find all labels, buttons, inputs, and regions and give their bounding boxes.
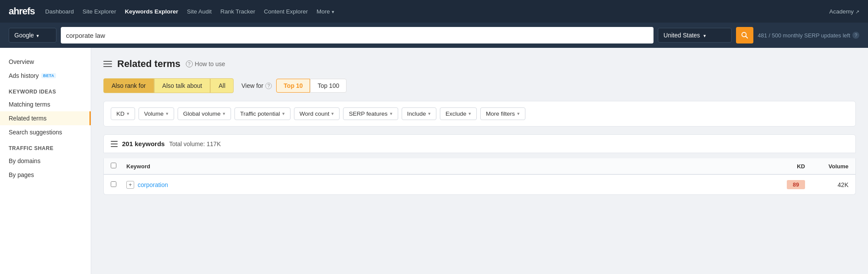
filter-more-filters-chevron-icon: [517, 111, 520, 117]
kd-col-header: KD: [779, 163, 805, 170]
filter-word-count[interactable]: Word count: [294, 107, 340, 120]
hamburger-r-line-1: [111, 141, 118, 142]
filter-include[interactable]: Include: [402, 107, 437, 120]
engine-label: Google: [14, 32, 34, 39]
serp-updates-text: 481 / 500 monthly SERP updates left: [758, 32, 850, 39]
view-top-10-button[interactable]: Top 10: [276, 79, 310, 93]
nav-site-explorer[interactable]: Site Explorer: [83, 8, 116, 15]
nav-keywords-explorer[interactable]: Keywords Explorer: [125, 8, 178, 15]
search-input-wrapper: [61, 27, 653, 43]
tab-row: Also rank for Also talk about All View f…: [103, 78, 856, 93]
row-data-right: 89 42K: [787, 180, 848, 189]
filter-global-volume[interactable]: Global volume: [178, 107, 231, 120]
filter-traffic-potential-chevron-icon: [282, 111, 285, 117]
page-title: Related terms: [117, 58, 181, 70]
filter-traffic-potential[interactable]: Traffic potential: [234, 107, 290, 120]
sidebar-section-keyword-ideas: Keyword ideas: [0, 83, 91, 97]
volume-col-header: Volume: [818, 163, 848, 170]
results-header: 201 keywords Total volume: 117K: [103, 134, 856, 153]
filter-global-volume-label: Global volume: [183, 110, 221, 117]
serp-question-icon[interactable]: ?: [852, 32, 859, 39]
how-to-use-label: How to use: [195, 60, 225, 67]
filter-serp-features-label: SERP features: [349, 110, 387, 117]
hamburger-results-icon[interactable]: [111, 141, 118, 147]
filter-word-count-label: Word count: [300, 110, 330, 117]
table-select-all-checkbox[interactable]: [111, 163, 121, 170]
view-for-label: View for ?: [241, 82, 272, 89]
filter-volume[interactable]: Volume: [139, 107, 174, 120]
serp-updates-info: 481 / 500 monthly SERP updates left ?: [758, 32, 859, 39]
filter-serp-features-chevron-icon: [390, 111, 393, 117]
search-engine-select[interactable]: Google: [9, 28, 56, 43]
nav-links: Dashboard Site Explorer Keywords Explore…: [45, 8, 334, 15]
sidebar-item-ads-history[interactable]: Ads history BETA: [0, 69, 91, 83]
external-link-icon: [855, 8, 859, 15]
filter-include-label: Include: [407, 110, 426, 117]
hamburger-line-3: [103, 66, 112, 67]
search-button[interactable]: [736, 27, 753, 43]
sidebar-item-related-terms[interactable]: Related terms: [0, 111, 91, 125]
view-top-100-button[interactable]: Top 100: [310, 79, 347, 93]
filter-more-filters[interactable]: More filters: [480, 107, 525, 120]
top-nav: ahrefs Dashboard Site Explorer Keywords …: [0, 0, 868, 23]
table-header-row: Keyword KD Volume: [104, 158, 855, 175]
engine-chevron-icon: [36, 32, 39, 39]
nav-content-explorer[interactable]: Content Explorer: [264, 8, 308, 15]
hamburger-line-1: [103, 61, 112, 62]
logo[interactable]: ahrefs: [9, 6, 35, 17]
filter-exclude[interactable]: Exclude: [440, 107, 477, 120]
how-to-use-link[interactable]: ? How to use: [186, 60, 225, 67]
filter-exclude-chevron-icon: [469, 111, 471, 117]
sidebar-item-by-pages[interactable]: By pages: [0, 168, 91, 182]
hamburger-icon[interactable]: [103, 61, 112, 67]
tab-all[interactable]: All: [210, 78, 234, 93]
table-header-right: KD Volume: [779, 163, 848, 170]
sidebar-item-matching-terms[interactable]: Matching terms: [0, 97, 91, 111]
nav-more[interactable]: More: [317, 8, 334, 15]
search-icon: [741, 32, 748, 39]
tab-also-talk-about[interactable]: Also talk about: [154, 78, 211, 93]
view-for-question-icon[interactable]: ?: [265, 83, 272, 89]
filter-word-count-chevron-icon: [331, 111, 334, 117]
row-select-checkbox[interactable]: [111, 181, 116, 187]
view-for-text: View for: [241, 82, 263, 89]
sidebar-item-search-suggestions[interactable]: Search suggestions: [0, 125, 91, 139]
nav-rank-tracker[interactable]: Rank Tracker: [220, 8, 255, 15]
table-row: + corporation 89 42K: [104, 175, 855, 194]
table-header-keyword: Keyword: [111, 163, 779, 170]
academy-label: Academy: [829, 8, 854, 15]
filter-global-volume-chevron-icon: [223, 111, 225, 117]
country-select[interactable]: United States: [658, 28, 732, 43]
row-checkbox[interactable]: [111, 181, 121, 188]
tab-also-rank-for[interactable]: Also rank for: [103, 78, 154, 93]
country-chevron-icon: [703, 32, 706, 39]
keyword-link[interactable]: corporation: [138, 181, 168, 188]
question-circle-icon: ?: [186, 60, 193, 67]
filter-exclude-label: Exclude: [446, 110, 466, 117]
nav-site-audit[interactable]: Site Audit: [187, 8, 211, 15]
sidebar-item-overview[interactable]: Overview: [0, 55, 91, 69]
filter-kd-chevron-icon: [127, 111, 129, 117]
nav-dashboard[interactable]: Dashboard: [45, 8, 74, 15]
add-keyword-button[interactable]: +: [126, 181, 134, 189]
sidebar-item-by-domains[interactable]: By domains: [0, 154, 91, 168]
filter-more-filters-label: More filters: [486, 110, 515, 117]
results-count: 201 keywords: [122, 140, 165, 147]
filter-serp-features[interactable]: SERP features: [343, 107, 398, 120]
select-all-checkbox[interactable]: [111, 163, 116, 168]
volume-cell: 42K: [818, 181, 848, 188]
filter-kd[interactable]: KD: [111, 107, 135, 120]
page-header: Related terms ? How to use: [103, 58, 856, 70]
table-wrapper: Keyword KD Volume + corporation 89: [103, 158, 856, 195]
sidebar: Overview Ads history BETA Keyword ideas …: [0, 48, 91, 274]
nav-academy[interactable]: Academy: [829, 8, 859, 15]
filter-volume-chevron-icon: [166, 111, 168, 117]
filter-volume-label: Volume: [144, 110, 164, 117]
logo-highlight: a: [9, 6, 13, 17]
search-bar-row: Google United States 481 / 500 monthly S…: [0, 23, 868, 48]
results-volume: Total volume: 117K: [169, 140, 221, 147]
svg-line-1: [746, 37, 748, 38]
view-for-buttons: Top 10 Top 100: [276, 79, 347, 93]
search-input[interactable]: [66, 32, 648, 39]
filter-kd-label: KD: [116, 110, 125, 117]
